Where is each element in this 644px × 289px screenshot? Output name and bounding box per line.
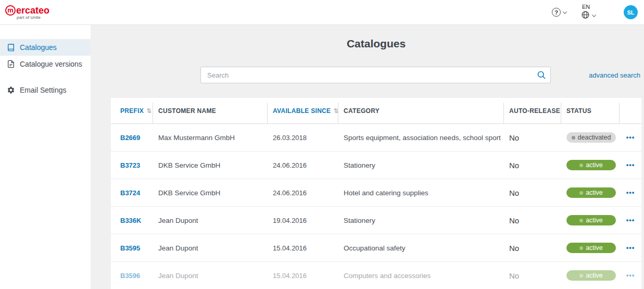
logo-wordmark: mercateo: [5, 5, 49, 16]
row-actions-button[interactable]: •••: [626, 218, 635, 223]
chevron-down-icon: [592, 12, 596, 17]
category: Hotel and catering supplies: [338, 189, 504, 197]
prefix-link[interactable]: B3723: [111, 161, 153, 169]
customer-name: DKB Service GmbH: [153, 189, 268, 197]
chevron-down-icon: [563, 9, 567, 14]
search-icon[interactable]: [537, 70, 546, 82]
sidebar-item-catalogues[interactable]: Catalogues: [0, 39, 91, 56]
logo-text: ercateo: [16, 5, 49, 16]
available-since: 15.04.2016: [268, 244, 338, 252]
row-actions-button[interactable]: •••: [626, 162, 635, 168]
column-header-category[interactable]: CATEGORY: [338, 98, 504, 123]
available-since: 24.06.2016: [268, 161, 338, 169]
prefix-link[interactable]: B3595: [111, 244, 153, 252]
table-row[interactable]: B2669 Max Mustermann GmbH 26.03.2018 Spo…: [111, 124, 641, 152]
prefix-link[interactable]: B3724: [111, 189, 153, 197]
sidebar: Catalogues Catalogue versions Email Sett…: [0, 25, 91, 289]
sidebar-item-catalogue-versions[interactable]: Catalogue versions: [0, 56, 91, 72]
row-actions-button[interactable]: •••: [626, 190, 635, 195]
category: Occupational safety: [338, 244, 504, 252]
customer-name: DKB Service GmbH: [153, 161, 268, 169]
prefix-link[interactable]: B336K: [111, 217, 153, 224]
category: Sports equipment, association needs, sch…: [338, 134, 504, 142]
auto-release: No: [504, 244, 561, 253]
column-label: PREFIX: [120, 107, 144, 115]
table-row[interactable]: B3596 Jean Dupont 15.04.2016 Computers a…: [111, 262, 641, 289]
table-row[interactable]: B3595 Jean Dupont 15.04.2016 Occupationa…: [111, 234, 641, 262]
column-label: AVAILABLE SINCE: [273, 107, 331, 115]
topbar-actions: ? EN SL: [552, 4, 638, 21]
search-input[interactable]: [200, 67, 551, 83]
status-badge: active: [566, 187, 616, 198]
logo-m-ring: m: [5, 5, 16, 16]
top-bar: mercateo part of Unite ? EN SL: [0, 0, 644, 25]
catalogue-icon: [7, 43, 15, 52]
language-menu[interactable]: EN: [581, 4, 596, 21]
page-title: Catalogues: [111, 36, 641, 51]
main-content: Catalogues advanced search PREFIX⇅ CUSTO…: [91, 25, 644, 289]
search-row: advanced search: [111, 67, 641, 83]
category: Stationery: [338, 161, 504, 169]
prefix-link[interactable]: B3596: [111, 272, 153, 280]
avatar[interactable]: SL: [624, 5, 638, 19]
sidebar-item-label: Catalogue versions: [20, 60, 82, 68]
row-actions-button[interactable]: •••: [626, 273, 635, 278]
table-header: PREFIX⇅ CUSTOMER NAME AVAILABLE SINCE⇅ C…: [111, 98, 641, 124]
column-header-status[interactable]: STATUS: [561, 98, 620, 123]
catalogues-table: PREFIX⇅ CUSTOMER NAME AVAILABLE SINCE⇅ C…: [111, 98, 641, 289]
row-actions-button[interactable]: •••: [626, 135, 635, 140]
available-since: 15.04.2016: [268, 272, 338, 280]
auto-release: No: [504, 133, 561, 142]
auto-release: No: [504, 271, 561, 280]
column-header-actions: [620, 98, 641, 123]
column-header-available-since[interactable]: AVAILABLE SINCE⇅: [268, 98, 338, 123]
search-box: [200, 67, 551, 83]
status-badge: active: [566, 215, 616, 225]
available-since: 24.06.2016: [268, 189, 338, 197]
gear-icon: [7, 86, 15, 94]
auto-release: No: [504, 216, 561, 225]
customer-name: Jean Dupont: [153, 217, 268, 224]
customer-name: Jean Dupont: [153, 272, 268, 280]
category: Computers and accessories: [338, 272, 504, 280]
available-since: 19.04.2016: [268, 217, 338, 224]
row-actions-button[interactable]: •••: [626, 245, 635, 250]
column-header-prefix[interactable]: PREFIX⇅: [111, 98, 153, 123]
prefix-link[interactable]: B2669: [111, 134, 153, 142]
sidebar-item-label: Email Settings: [20, 86, 66, 94]
auto-release: No: [504, 161, 561, 170]
auto-release: No: [504, 189, 561, 197]
catalogue-versions-icon: [7, 60, 15, 68]
column-label: CUSTOMER NAME: [158, 107, 216, 115]
globe-icon: [581, 10, 590, 21]
advanced-search-link[interactable]: advanced search: [589, 71, 640, 79]
customer-name: Max Mustermann GmbH: [153, 134, 268, 142]
column-label: STATUS: [566, 107, 591, 115]
table-row[interactable]: B3724 DKB Service GmbH 24.06.2016 Hotel …: [111, 179, 641, 207]
column-header-auto-release[interactable]: AUTO-RELEASE: [504, 98, 561, 123]
sidebar-item-email-settings[interactable]: Email Settings: [0, 82, 91, 98]
table-row[interactable]: B336K Jean Dupont 19.04.2016 Stationery …: [111, 207, 641, 234]
status-badge: active: [566, 243, 616, 253]
column-label: AUTO-RELEASE: [509, 107, 560, 115]
mercateo-logo[interactable]: mercateo part of Unite: [5, 5, 49, 20]
status-badge: active: [566, 160, 616, 170]
help-icon[interactable]: ?: [552, 8, 561, 17]
column-label: CATEGORY: [344, 107, 380, 115]
status-badge: deactivated: [566, 132, 616, 143]
customer-name: Jean Dupont: [153, 244, 268, 252]
sort-icon[interactable]: ⇅: [146, 107, 151, 115]
category: Stationery: [338, 217, 504, 224]
sidebar-item-label: Catalogues: [20, 43, 57, 52]
status-badge: active: [566, 270, 616, 281]
available-since: 26.03.2018: [268, 134, 338, 142]
language-label: EN: [582, 4, 590, 10]
help-menu[interactable]: ?: [552, 8, 566, 17]
table-row[interactable]: B3723 DKB Service GmbH 24.06.2016 Statio…: [111, 152, 641, 179]
logo-tagline: part of Unite: [17, 15, 49, 20]
column-header-customer-name[interactable]: CUSTOMER NAME: [153, 98, 268, 123]
